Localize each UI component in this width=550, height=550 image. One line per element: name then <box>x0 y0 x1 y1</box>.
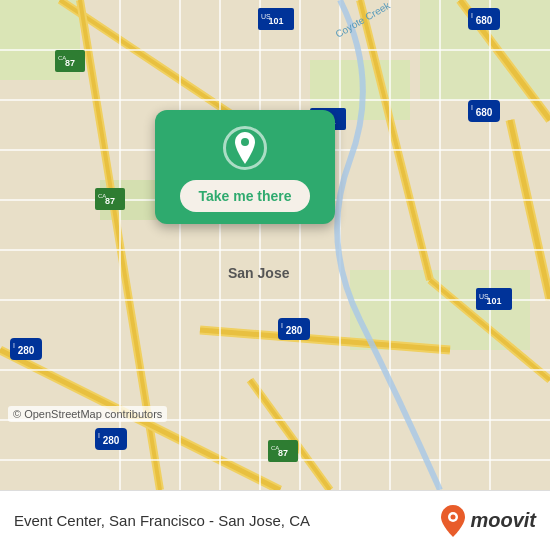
svg-text:I: I <box>471 12 473 19</box>
svg-text:101: 101 <box>268 16 283 26</box>
moovit-pin-icon <box>440 505 466 537</box>
svg-text:San Jose: San Jose <box>228 265 290 281</box>
svg-text:US: US <box>261 13 271 20</box>
svg-text:101: 101 <box>486 296 501 306</box>
location-pin-icon <box>231 132 259 164</box>
svg-text:I: I <box>98 432 100 439</box>
svg-text:CA: CA <box>271 445 279 451</box>
svg-text:CA: CA <box>98 193 106 199</box>
pin-icon-container <box>223 126 267 170</box>
bottom-bar: Event Center, San Francisco - San Jose, … <box>0 490 550 550</box>
svg-text:I: I <box>281 322 283 329</box>
svg-text:280: 280 <box>103 435 120 446</box>
svg-text:US: US <box>479 293 489 300</box>
svg-text:680: 680 <box>476 107 493 118</box>
svg-text:87: 87 <box>278 448 288 458</box>
svg-text:87: 87 <box>65 58 75 68</box>
svg-text:680: 680 <box>476 15 493 26</box>
moovit-logo: moovit <box>440 505 536 537</box>
svg-text:I: I <box>471 104 473 111</box>
svg-point-77 <box>241 138 249 146</box>
map-view: 680 I 680 I 101 US 101 US 101 US 87 CA 8… <box>0 0 550 490</box>
svg-text:CA: CA <box>58 55 66 61</box>
svg-point-79 <box>451 514 456 519</box>
svg-text:I: I <box>13 342 15 349</box>
map-attribution: © OpenStreetMap contributors <box>8 406 167 422</box>
moovit-wordmark: moovit <box>470 509 536 532</box>
popup-card: Take me there <box>155 110 335 224</box>
destination-label: Event Center, San Francisco - San Jose, … <box>14 512 440 529</box>
take-me-there-button[interactable]: Take me there <box>180 180 309 212</box>
svg-text:280: 280 <box>286 325 303 336</box>
svg-text:280: 280 <box>18 345 35 356</box>
svg-text:87: 87 <box>105 196 115 206</box>
